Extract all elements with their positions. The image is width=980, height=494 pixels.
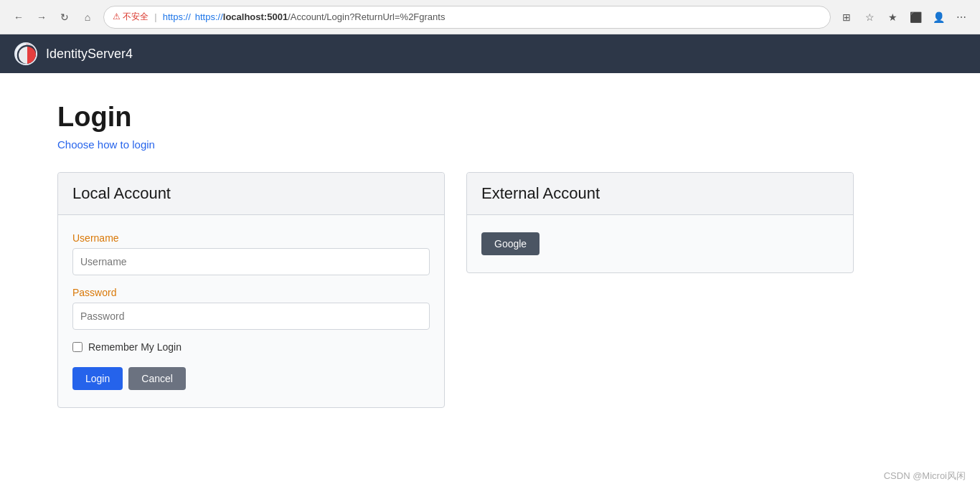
remember-me-checkbox[interactable] <box>72 342 83 352</box>
local-account-panel: Local Account Username Password Remember… <box>57 172 445 408</box>
separator: | <box>154 11 156 22</box>
google-button[interactable]: Google <box>481 232 540 255</box>
more-button[interactable]: ⋯ <box>951 7 971 27</box>
local-account-header: Local Account <box>58 173 444 215</box>
browser-nav-buttons: ← → ↻ ⌂ <box>9 7 98 27</box>
home-button[interactable]: ⌂ <box>77 7 98 27</box>
local-account-title: Local Account <box>72 184 430 203</box>
more-icon: ⋯ <box>956 11 966 23</box>
collections-button[interactable]: ★ <box>882 7 903 27</box>
panels-container: Local Account Username Password Remember… <box>57 172 923 408</box>
form-buttons: Login Cancel <box>72 367 430 390</box>
profile-icon: 👤 <box>933 11 945 23</box>
url-path-display: /Account/Login?ReturnUrl=%2Fgrants <box>288 11 445 22</box>
forward-icon: → <box>37 11 47 23</box>
profile-button[interactable]: 👤 <box>928 7 948 27</box>
external-account-panel: External Account Google <box>466 172 854 273</box>
forward-button[interactable]: → <box>32 7 52 27</box>
local-account-body: Username Password Remember My Login Logi… <box>58 215 444 407</box>
favorites-button[interactable]: ☆ <box>859 7 880 27</box>
external-account-title: External Account <box>481 184 839 203</box>
username-input[interactable] <box>72 248 430 275</box>
app-logo <box>14 42 37 65</box>
page-content: Login Choose how to login Local Account … <box>0 73 980 437</box>
address-bar[interactable]: ⚠ 不安全 | https:///Account/Login?ReturnUrl… <box>103 6 831 29</box>
external-account-body: Google <box>467 215 853 272</box>
password-input[interactable] <box>72 303 430 330</box>
password-label: Password <box>72 287 430 298</box>
app-navbar: IdentityServer4 <box>0 34 980 73</box>
browser-actions: ⊞ ☆ ★ ⬛ 👤 ⋯ <box>837 7 971 27</box>
collections-icon: ★ <box>888 11 897 23</box>
back-icon: ← <box>14 11 24 23</box>
wallet-icon: ⬛ <box>910 11 922 23</box>
url-display: https://localhost:5001/Account/Login?Ret… <box>195 11 446 22</box>
external-account-header: External Account <box>467 173 853 215</box>
home-icon: ⌂ <box>85 11 90 23</box>
security-warning: ⚠ 不安全 <box>113 11 149 23</box>
url-https: https:// <box>195 11 223 22</box>
username-group: Username <box>72 232 430 275</box>
reload-icon: ↻ <box>60 11 69 23</box>
remember-me-row: Remember My Login <box>72 341 430 353</box>
favorites-icon: ☆ <box>865 11 875 23</box>
url-host: localhost:5001 <box>223 11 288 22</box>
remember-me-label: Remember My Login <box>88 341 182 353</box>
extensions-icon: ⊞ <box>842 11 851 23</box>
reload-button[interactable]: ↻ <box>55 7 75 27</box>
browser-chrome: ← → ↻ ⌂ ⚠ 不安全 | https:///Account/Login?R… <box>0 0 980 34</box>
username-label: Username <box>72 232 430 244</box>
cancel-button[interactable]: Cancel <box>128 367 186 390</box>
page-heading: Login <box>57 102 923 133</box>
password-group: Password <box>72 287 430 330</box>
url-protocol: https:// <box>163 11 191 22</box>
extensions-button[interactable]: ⊞ <box>837 7 857 27</box>
page-subtitle: Choose how to login <box>57 138 923 151</box>
wallet-button[interactable]: ⬛ <box>905 7 925 27</box>
login-button[interactable]: Login <box>72 367 123 390</box>
app-title: IdentityServer4 <box>46 47 133 62</box>
logo-svg <box>16 44 37 65</box>
back-button[interactable]: ← <box>9 7 29 27</box>
